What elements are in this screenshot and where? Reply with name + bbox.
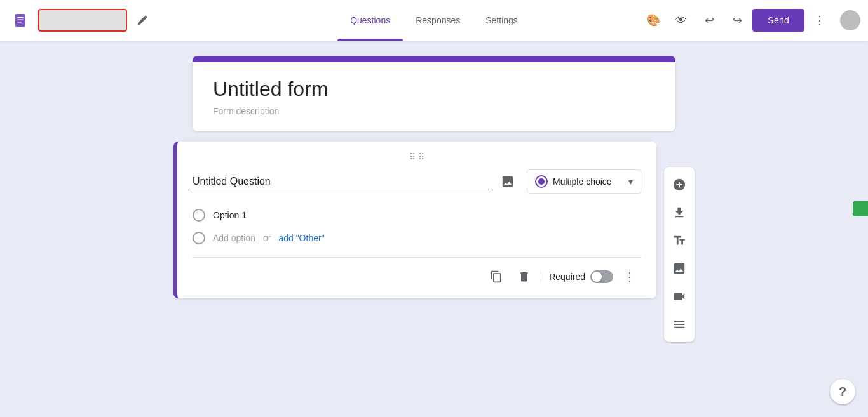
add-option-separator: or [263, 233, 271, 243]
header-right: 🎨 👁 ↩ ↪ Send ⋮ [641, 8, 860, 33]
multiple-choice-icon [535, 175, 548, 188]
add-image-side-button[interactable] [667, 256, 692, 281]
add-title-button[interactable] [667, 228, 692, 253]
header-left [8, 8, 641, 33]
card-footer: Required ⋮ [193, 265, 641, 288]
more-options-button[interactable]: ⋮ [807, 8, 832, 33]
delete-button[interactable] [513, 265, 536, 288]
drag-handle[interactable]: ⠿ ⠿ [193, 152, 641, 162]
header-tabs: Questions Responses Settings [337, 0, 531, 41]
svg-rect-1 [17, 17, 24, 18]
svg-rect-3 [17, 22, 22, 23]
question-top-row: Multiple choice ▾ [193, 169, 641, 194]
question-more-button[interactable]: ⋮ [618, 265, 641, 288]
add-image-button[interactable] [496, 170, 519, 193]
add-other-link[interactable]: add "Other" [278, 233, 324, 243]
header: Questions Responses Settings 🎨 👁 ↩ ↪ Sen… [0, 0, 868, 41]
required-label: Required [549, 272, 585, 282]
required-toggle[interactable] [590, 270, 613, 283]
required-section: Required [541, 270, 613, 283]
tab-responses[interactable]: Responses [403, 0, 473, 41]
question-type-label: Multiple choice [553, 176, 612, 187]
send-button[interactable]: Send [752, 9, 804, 32]
option-row-1: Option 1 [193, 204, 641, 227]
question-card-wrapper: ⠿ ⠿ Multiple choice ▾ Option 1 [173, 142, 695, 342]
question-card: ⠿ ⠿ Multiple choice ▾ Option 1 [173, 142, 656, 298]
help-button[interactable]: ? [830, 379, 855, 404]
redo-button[interactable]: ↪ [724, 8, 750, 33]
side-toolbar [664, 167, 695, 342]
preview-button[interactable]: 👁 [668, 8, 694, 33]
add-question-button[interactable] [667, 172, 692, 197]
avatar[interactable] [840, 10, 860, 30]
undo-button[interactable]: ↩ [696, 8, 722, 33]
add-option-radio [193, 232, 205, 244]
tab-questions[interactable]: Questions [337, 0, 403, 41]
content-area: Untitled form Form description ⠿ ⠿ Multi… [0, 41, 868, 357]
add-video-button[interactable] [667, 284, 692, 309]
palette-button[interactable]: 🎨 [641, 8, 666, 33]
form-title-input[interactable] [38, 9, 127, 32]
question-title-input[interactable] [193, 173, 489, 190]
option-1-radio[interactable] [193, 209, 205, 222]
form-title[interactable]: Untitled form [213, 77, 655, 101]
svg-rect-2 [17, 20, 24, 21]
feedback-tab[interactable] [853, 201, 868, 216]
add-option-text[interactable]: Add option [213, 233, 255, 243]
question-type-dropdown[interactable]: Multiple choice ▾ [527, 169, 641, 194]
forms-icon[interactable] [8, 8, 33, 33]
dropdown-arrow-icon: ▾ [628, 176, 633, 187]
tab-settings[interactable]: Settings [473, 0, 531, 41]
add-section-button[interactable] [667, 312, 692, 337]
import-question-button[interactable] [667, 200, 692, 225]
rename-icon[interactable] [132, 10, 153, 30]
card-divider [193, 257, 641, 258]
duplicate-button[interactable] [485, 265, 508, 288]
form-description[interactable]: Form description [213, 106, 655, 116]
option-1-label[interactable]: Option 1 [213, 210, 247, 220]
form-title-card: Untitled form Form description [193, 56, 675, 131]
add-option-row: Add option or add "Other" [193, 227, 641, 249]
